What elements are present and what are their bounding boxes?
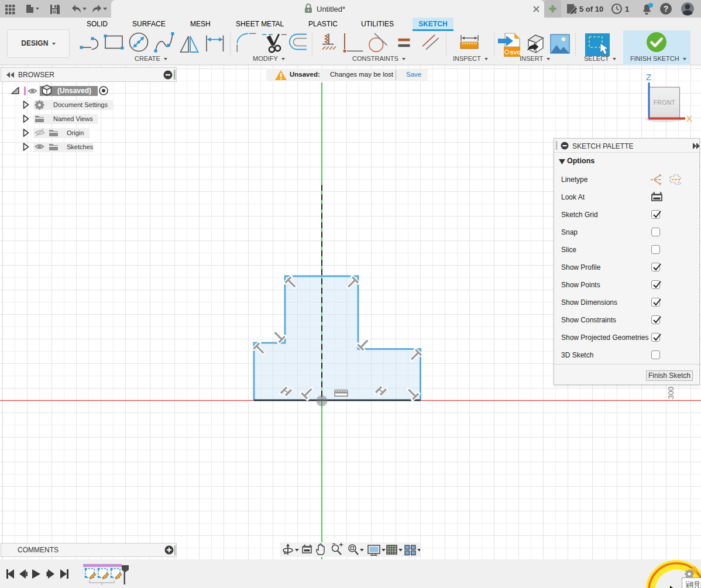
svg-text:SVG: SVG [510, 50, 521, 56]
svg-text:X: X [686, 114, 692, 123]
svg-text:?: ? [664, 4, 669, 13]
svg-text:FRONT: FRONT [654, 99, 676, 106]
svg-text:Z: Z [646, 72, 651, 82]
